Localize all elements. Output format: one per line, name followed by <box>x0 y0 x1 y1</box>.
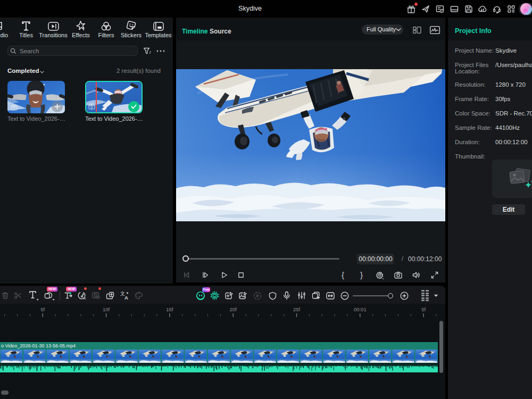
svg-text:AI: AI <box>84 297 87 300</box>
svg-text:A: A <box>124 295 128 301</box>
